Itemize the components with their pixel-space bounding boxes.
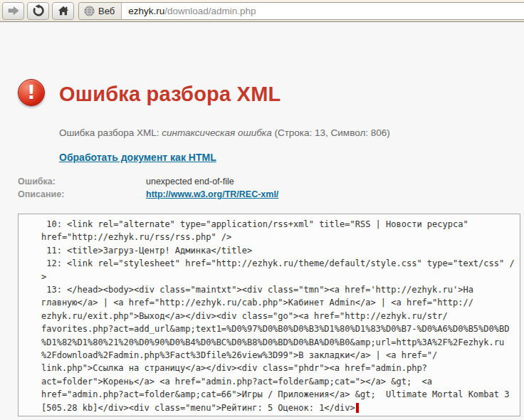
address-bar[interactable]: Веб ezhyk.ru/download/admin.php <box>78 2 524 20</box>
reload-icon <box>32 4 45 17</box>
forward-button[interactable] <box>2 2 24 20</box>
xml-source-box: 10: <link rel="alternate" type="applicat… <box>18 214 520 416</box>
home-icon <box>57 4 70 17</box>
url-input[interactable]: ezhyk.ru/download/admin.php <box>122 6 256 16</box>
description-label: Описание: <box>18 189 146 199</box>
page-title: Ошибка разбора XML <box>59 83 281 106</box>
browser-window: Веб ezhyk.ru/download/admin.php ! Ошибка… <box>0 0 524 420</box>
search-engine-label: Веб <box>98 6 115 16</box>
render-as-html-link[interactable]: Обработать документ как HTML <box>59 152 216 163</box>
error-summary-kind: синтаксическая ошибка <box>162 127 271 138</box>
error-summary-location: (Строка: 13, Символ: 806) <box>272 127 390 138</box>
site-identity-chip[interactable]: Веб <box>79 3 122 19</box>
error-label: Ошибка: <box>18 177 146 187</box>
error-alert-icon: ! <box>18 79 45 106</box>
error-summary: Ошибка разбора XML: синтаксическая ошибк… <box>59 127 390 138</box>
description-detail-row: Описание:http://www.w3.org/TR/REC-xml/ <box>18 189 509 199</box>
error-position-caret <box>356 403 359 413</box>
url-path: /download/admin.php <box>164 6 256 16</box>
w3c-spec-link[interactable]: http://www.w3.org/TR/REC-xml/ <box>146 189 278 199</box>
xml-source-text: 10: <link rel="alternate" type="applicat… <box>19 214 520 416</box>
xml-source-lines: 10: <link rel="alternate" type="applicat… <box>41 219 515 413</box>
url-domain: ezhyk.ru <box>128 6 164 16</box>
reload-button[interactable] <box>27 2 49 20</box>
error-summary-prefix: Ошибка разбора XML: <box>59 127 162 138</box>
globe-icon <box>84 6 95 16</box>
error-detail-row: Ошибка:unexpected end-of-file <box>18 177 509 187</box>
home-button[interactable] <box>52 2 74 20</box>
forward-arrow-icon <box>7 4 20 17</box>
error-value: unexpected end-of-file <box>146 177 234 187</box>
browser-toolbar: Веб ezhyk.ru/download/admin.php <box>0 0 524 22</box>
